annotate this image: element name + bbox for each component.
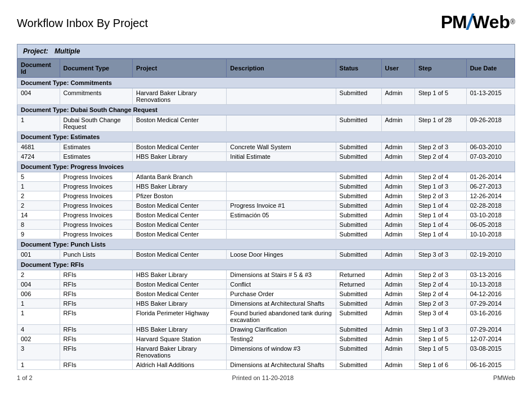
cell-doc-type: RFIs [60,270,133,280]
cell-project: Boston Medical Center [133,201,227,211]
cell-project: Harvard Baker Library Renovations [133,88,227,105]
group-header-row: Document Type: Commitments [17,78,515,88]
cell-doc-type: Progress Invoices [60,220,133,230]
cell-status: Submitted [336,201,381,211]
cell-step: Step 2 of 4 [414,172,466,182]
cell-user: Admin [381,334,414,344]
table-row: 14Progress InvoicesBoston Medical Center… [17,211,515,220]
cell-due-date: 03-13-2016 [466,270,515,280]
logo-web: Web [472,13,510,31]
cell-doc-id: 004 [17,88,60,105]
col-description: Description [227,59,336,78]
cell-due-date: 10-10-2018 [466,230,515,239]
page-title: Workflow Inbox By Project [17,17,148,30]
cell-doc-type: RFIs [60,280,133,289]
group-header-row: Document Type: Progress Invoices [17,162,515,172]
cell-status: Submitted [336,211,381,220]
table-row: 2RFIsHBS Baker LibraryDimensions at Stai… [17,270,515,280]
cell-due-date: 09-26-2018 [466,115,515,132]
cell-user: Admin [381,172,414,182]
cell-description: Purchase Order [227,289,336,299]
cell-doc-type: Dubai South Change Request [60,115,133,132]
cell-step: Step 2 of 4 [414,152,466,162]
group-header-row: Document Type: Estimates [17,132,515,142]
project-value: Multiple [55,47,80,55]
cell-user: Admin [381,88,414,105]
cell-doc-type: Progress Invoices [60,172,133,182]
cell-due-date: 03-16-2016 [466,309,515,325]
cell-user: Admin [381,201,414,211]
cell-project: HBS Baker Library [133,325,227,334]
cell-step: Step 1 of 28 [414,115,466,132]
workflow-table: Document Id Document Type Project Descri… [17,59,515,370]
project-label: Project: [23,47,48,55]
group-header-row: Document Type: Punch Lists [17,239,515,250]
cell-doc-id: 14 [17,211,60,220]
table-row: 004CommitmentsHarvard Baker Library Reno… [17,88,515,105]
cell-status: Submitted [336,152,381,162]
cell-user: Admin [381,220,414,230]
cell-due-date: 06-05-2018 [466,220,515,230]
cell-step: Step 1 of 5 [414,344,466,360]
cell-due-date: 07-03-2010 [466,152,515,162]
cell-doc-id: 3 [17,344,60,360]
cell-due-date: 06-16-2015 [466,360,515,370]
col-due-date: Due Date [466,59,515,78]
cell-user: Admin [381,115,414,132]
cell-description: Dimensions at Stairs # 5 & #3 [227,270,336,280]
cell-user: Admin [381,230,414,239]
cell-status: Submitted [336,182,381,191]
cell-project: Florida Perimeter Highway [133,309,227,325]
cell-doc-type: RFIs [60,289,133,299]
logo-registered: ® [510,19,515,25]
cell-status: Returned [336,270,381,280]
cell-description: Dimensions at Architectural Shafts [227,360,336,370]
cell-status: Submitted [336,250,381,260]
table-row: 4681EstimatesBoston Medical CenterConcre… [17,142,515,152]
cell-status: Submitted [336,334,381,344]
cell-doc-type: RFIs [60,299,133,309]
cell-status: Submitted [336,309,381,325]
cell-doc-id: 1 [17,309,60,325]
cell-status: Submitted [336,289,381,299]
cell-step: Step 2 of 4 [414,280,466,289]
cell-doc-id: 002 [17,334,60,344]
cell-project: Pfizer Boston [133,191,227,201]
cell-user: Admin [381,289,414,299]
cell-due-date: 06-27-2013 [466,182,515,191]
cell-description [227,230,336,239]
table-row: 2Progress InvoicesBoston Medical CenterP… [17,201,515,211]
cell-project: HBS Baker Library [133,270,227,280]
cell-step: Step 2 of 4 [414,289,466,299]
cell-doc-id: 2 [17,270,60,280]
cell-project: Harvard Square Station [133,334,227,344]
table-row: 1Dubai South Change RequestBoston Medica… [17,115,515,132]
table-row: 9Progress InvoicesBoston Medical CenterS… [17,230,515,239]
cell-due-date: 12-07-2014 [466,334,515,344]
col-user: User [381,59,414,78]
cell-description: Loose Door Hinges [227,250,336,260]
table-row: 004RFIsBoston Medical CenterConflictRetu… [17,280,515,289]
footer-page: 1 of 2 [17,374,33,381]
logo-slash: / [467,11,473,33]
cell-step: Step 2 of 3 [414,270,466,280]
cell-doc-type: RFIs [60,309,133,325]
cell-due-date: 03-08-2015 [466,344,515,360]
cell-doc-id: 5 [17,172,60,182]
cell-status: Submitted [336,88,381,105]
group-label: Document Type: Estimates [17,132,515,142]
col-status: Status [336,59,381,78]
cell-description [227,172,336,182]
cell-doc-type: Estimates [60,142,133,152]
table-row: 8Progress InvoicesBoston Medical CenterS… [17,220,515,230]
cell-due-date: 12-26-2014 [466,191,515,201]
cell-step: Step 1 of 5 [414,334,466,344]
cell-description: Initial Estimate [227,152,336,162]
table-row: 4724EstimatesHBS Baker LibraryInitial Es… [17,152,515,162]
cell-doc-id: 4681 [17,142,60,152]
cell-user: Admin [381,182,414,191]
table-row: 1RFIsHBS Baker LibraryDimensions at Arch… [17,299,515,309]
cell-description: Progress Invoice #1 [227,201,336,211]
cell-doc-type: RFIs [60,360,133,370]
group-header-row: Document Type: Dubai South Change Reques… [17,105,515,115]
